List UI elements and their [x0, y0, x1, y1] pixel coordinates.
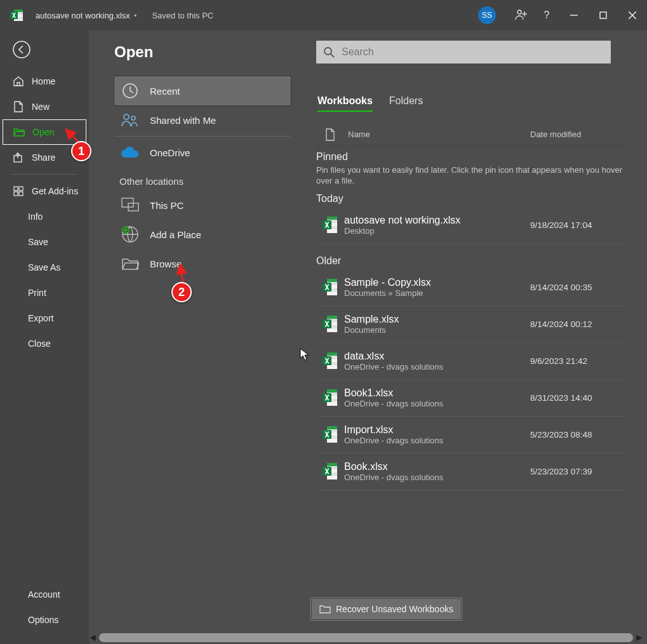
file-date: 9/18/2024 17:04 [530, 220, 625, 230]
sidebar-item-options[interactable]: Options [0, 607, 89, 633]
svg-rect-54 [327, 426, 337, 429]
file-row[interactable]: data.xlsxOneDrive - dvags solutions9/6/2… [316, 343, 625, 380]
pc-icon [119, 194, 141, 216]
file-path: Documents » Sample [344, 288, 530, 298]
excel-logo-icon [10, 8, 24, 22]
file-name: Sample - Copy.xlsx [344, 277, 530, 288]
recover-unsaved-button[interactable]: Recover Unsaved Workbooks [311, 598, 462, 620]
onedrive-icon [119, 142, 141, 163]
file-path: Documents [344, 325, 530, 335]
location-label: This PC [150, 200, 183, 211]
file-date: 8/31/2023 14:40 [530, 393, 625, 403]
location-label: Shared with Me [150, 115, 216, 126]
file-row[interactable]: Book1.xlsxOneDrive - dvags solutions8/31… [316, 380, 625, 417]
location-thispc[interactable]: This PC [114, 191, 291, 220]
tab-workbooks[interactable]: Workbooks [317, 95, 373, 112]
file-header-icon [317, 128, 343, 141]
svg-rect-18 [19, 192, 23, 196]
pinned-section-label: Pinned [316, 151, 625, 163]
file-row[interactable]: Book.xlsxOneDrive - dvags solutions5/23/… [316, 453, 625, 490]
title-status: Saved to this PC [152, 11, 213, 20]
svg-rect-29 [327, 217, 337, 220]
title-separator: • [134, 11, 137, 20]
sidebar-item-new[interactable]: New [0, 94, 89, 119]
location-label: OneDrive [150, 147, 190, 158]
new-file-icon [13, 101, 24, 112]
file-row[interactable]: Sample - Copy.xlsxDocuments » Sample8/14… [316, 269, 625, 306]
location-addplace[interactable]: Add a Place [114, 220, 291, 249]
tab-folders[interactable]: Folders [389, 95, 423, 112]
svg-point-20 [124, 114, 129, 119]
annotation-badge-1: 1 [71, 141, 91, 161]
svg-rect-17 [14, 192, 18, 196]
excel-file-icon [316, 315, 344, 333]
help-icon[interactable]: ? [534, 0, 559, 30]
svg-rect-22 [122, 198, 133, 207]
sidebar-item-close[interactable]: Close [0, 331, 89, 356]
addins-icon [13, 185, 24, 197]
title-bar: autosave not working.xlsx • Saved to thi… [0, 0, 647, 30]
search-input[interactable] [342, 46, 611, 58]
today-section-label: Today [316, 193, 625, 205]
sidebar-item-print[interactable]: Print [0, 280, 89, 305]
file-row[interactable]: Import.xlsxOneDrive - dvags solutions5/2… [316, 417, 625, 453]
sidebar-item-open[interactable]: Open [3, 119, 86, 145]
svg-point-26 [324, 48, 331, 55]
file-row[interactable]: autosave not working.xlsxDesktop9/18/202… [316, 207, 625, 244]
file-name: Import.xlsx [344, 424, 530, 436]
excel-file-icon [316, 426, 344, 443]
location-shared[interactable]: Shared with Me [114, 105, 291, 135]
excel-file-icon [316, 278, 344, 296]
sidebar-item-info[interactable]: Info [0, 204, 89, 229]
file-name: autosave not working.xlsx [344, 215, 530, 226]
scroll-left-icon[interactable]: ◄ [89, 633, 97, 642]
file-date: 8/14/2024 00:35 [530, 283, 625, 292]
excel-file-icon [316, 216, 344, 234]
svg-point-21 [131, 116, 135, 120]
location-label: Recent [150, 86, 180, 97]
recover-label: Recover Unsaved Workbooks [336, 604, 453, 614]
svg-line-27 [331, 54, 334, 57]
location-recent[interactable]: Recent [114, 76, 291, 105]
svg-rect-49 [327, 389, 337, 392]
file-path: OneDrive - dvags solutions [344, 473, 530, 482]
title-filename: autosave not working.xlsx [36, 11, 130, 20]
sidebar-item-addins[interactable]: Get Add-ins [0, 178, 89, 204]
filter-tabs: Workbooks Folders [317, 95, 423, 112]
sidebar-item-account[interactable]: Account [0, 582, 89, 607]
file-row[interactable]: Sample.xlsxDocuments8/14/2024 00:12 [316, 306, 625, 343]
user-avatar[interactable]: SS [478, 6, 496, 24]
scrollbar-thumb[interactable] [99, 633, 633, 642]
backstage-sidebar: Home New Open Share Get Add-ins Info Sav… [0, 30, 89, 644]
close-button[interactable] [618, 0, 647, 30]
scroll-right-icon[interactable]: ► [636, 633, 643, 642]
file-date: 9/6/2023 21:42 [530, 356, 625, 366]
file-date: 5/23/2023 07:39 [530, 467, 625, 476]
svg-rect-44 [327, 352, 337, 356]
sidebar-item-export[interactable]: Export [0, 305, 89, 331]
back-button[interactable] [9, 37, 34, 62]
horizontal-scrollbar[interactable]: ◄ ► [89, 633, 643, 643]
search-box[interactable] [316, 41, 611, 64]
svg-rect-10 [600, 12, 606, 18]
svg-rect-59 [327, 463, 337, 466]
account-manager-icon[interactable] [509, 0, 534, 30]
maximize-button[interactable] [589, 0, 618, 30]
sidebar-item-save[interactable]: Save [0, 229, 89, 255]
home-icon [13, 76, 24, 87]
location-onedrive[interactable]: OneDrive [114, 138, 291, 167]
file-path: OneDrive - dvags solutions [344, 399, 530, 408]
file-name: Book.xlsx [344, 461, 530, 473]
minimize-button[interactable] [559, 0, 589, 30]
col-name[interactable]: Name [343, 130, 530, 139]
sidebar-item-saveas[interactable]: Save As [0, 255, 89, 280]
file-name: Book1.xlsx [344, 387, 530, 399]
sidebar-item-home[interactable]: Home [0, 69, 89, 94]
other-locations-label: Other locations [119, 176, 291, 187]
clock-icon [119, 80, 141, 102]
annotation-badge-2: 2 [171, 282, 192, 302]
location-label: Browse [150, 258, 182, 269]
excel-file-icon [316, 389, 344, 406]
col-date[interactable]: Date modified [530, 130, 625, 139]
location-browse[interactable]: Browse [114, 249, 291, 278]
